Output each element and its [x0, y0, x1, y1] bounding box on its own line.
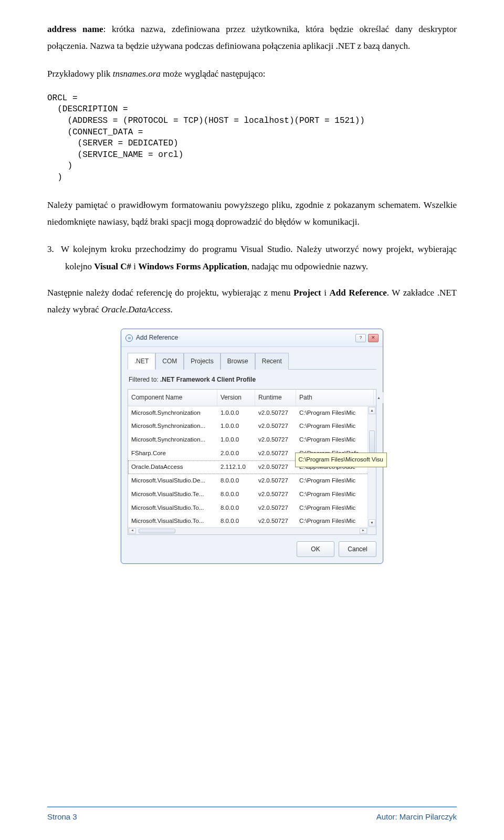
cell: Oracle.DataAccess: [128, 460, 217, 474]
filename-tnsnames: tnsnames.ora: [113, 69, 161, 79]
horizontal-scrollbar[interactable]: ◄ ►: [128, 527, 376, 534]
tab-strip: .NET COM Projects Browse Recent: [128, 352, 376, 370]
paragraph-add-reference: Następnie należy dodać referencję do pro…: [47, 285, 457, 319]
table-row[interactable]: Microsoft.VisualStudio.De...8.0.0.0v2.0.…: [128, 474, 376, 488]
text: i: [131, 261, 138, 271]
cell: 2.0.0.0: [217, 447, 255, 460]
scroll-corner: [368, 528, 376, 534]
infinity-icon: 8: [125, 334, 133, 342]
filter-label: Filtered to:: [129, 376, 160, 383]
term-winforms: Windows Forms Application: [138, 261, 247, 271]
cancel-button[interactable]: Cancel: [339, 541, 376, 558]
cell: C:\Program Files\Mic: [296, 514, 374, 527]
paragraph-address-name: address name: krótka nazwa, zdefiniowana…: [47, 21, 457, 55]
path-tooltip: C:\Program Files\Microsoft Visu: [295, 453, 387, 467]
term-oracle-dataaccess: Oracle.DataAccess: [101, 304, 171, 314]
cell: Microsoft.Synchronization...: [128, 419, 217, 433]
scroll-right-icon[interactable]: ►: [360, 528, 367, 534]
table-row[interactable]: Microsoft.Synchronization...1.0.0.0v2.0.…: [128, 433, 376, 447]
button-row: OK Cancel: [128, 541, 376, 558]
cell: 8.0.0.0: [217, 474, 255, 488]
col-component-name[interactable]: Component Name: [128, 390, 217, 406]
cell: Microsoft.VisualStudio.Te...: [128, 488, 217, 501]
cell: v2.0.50727: [255, 460, 296, 474]
ok-button[interactable]: OK: [297, 541, 334, 558]
col-version[interactable]: Version: [217, 390, 255, 406]
titlebar[interactable]: 8 Add Reference ? ✕: [121, 329, 383, 347]
text: może wyglądać następująco:: [161, 69, 266, 79]
page-footer: Strona 3 Autor: Marcin Pilarczyk: [47, 806, 457, 825]
footer-author: Autor: Marcin Pilarczyk: [376, 810, 457, 825]
cell: 1.0.0.0: [217, 433, 255, 447]
term-add-reference: Add Reference: [330, 288, 387, 298]
filter-value: .NET Framework 4 Client Profile: [160, 376, 256, 383]
help-icon: ?: [359, 333, 362, 342]
cell: Microsoft.Synchronization...: [128, 433, 217, 447]
tab-projects[interactable]: Projects: [184, 353, 220, 370]
close-icon: ✕: [371, 333, 375, 342]
scroll-up-icon[interactable]: ▲: [369, 407, 375, 414]
help-button[interactable]: ?: [355, 334, 366, 342]
term-address-name: address name: [47, 24, 103, 34]
cell: C:\Program Files\Mic: [296, 406, 374, 420]
term-project: Project: [293, 288, 321, 298]
cell: C:\Program Files\Mic: [296, 488, 374, 501]
close-button[interactable]: ✕: [368, 334, 379, 342]
cell: C:\Program Files\Mic: [296, 474, 374, 488]
table-row[interactable]: Microsoft.VisualStudio.Te...8.0.0.0v2.0.…: [128, 488, 376, 501]
tab-com[interactable]: COM: [155, 353, 184, 370]
cell: 1.0.0.0: [217, 419, 255, 433]
table-row[interactable]: Microsoft.Synchronization1.0.0.0v2.0.507…: [128, 406, 376, 420]
cell: Microsoft.VisualStudio.To...: [128, 514, 217, 527]
table-row[interactable]: Microsoft.Synchronization...1.0.0.0v2.0.…: [128, 419, 376, 433]
col-runtime[interactable]: Runtime: [255, 390, 296, 406]
list-item-3: 3.W kolejnym kroku przechodzimy do progr…: [47, 241, 457, 275]
text: : krótka nazwa, zdefiniowana przez użytk…: [47, 24, 457, 51]
dialog-title: Add Reference: [136, 332, 353, 344]
sort-indicator[interactable]: ▲: [374, 392, 383, 403]
cell: v2.0.50727: [255, 433, 296, 447]
cell: 8.0.0.0: [217, 488, 255, 501]
paragraph-tnsnames: Przykładowy plik tnsnames.ora może wyglą…: [47, 66, 457, 82]
scroll-thumb-h[interactable]: [139, 529, 175, 533]
cell: v2.0.50727: [255, 406, 296, 420]
text: , nadając mu odpowiednie nazwy.: [247, 261, 368, 271]
cell: v2.0.50727: [255, 514, 296, 527]
cell: v2.0.50727: [255, 474, 296, 488]
cell: 8.0.0.0: [217, 514, 255, 527]
grid-body: Microsoft.Synchronization1.0.0.0v2.0.507…: [128, 406, 376, 534]
col-path[interactable]: Path: [296, 390, 374, 406]
cell: C:\Program Files\Mic: [296, 501, 374, 515]
cell: FSharp.Core: [128, 447, 217, 460]
text: Przykładowy plik: [47, 69, 113, 79]
cell: v2.0.50727: [255, 488, 296, 501]
scroll-left-icon[interactable]: ◄: [129, 528, 136, 534]
scroll-track-h[interactable]: [136, 528, 359, 534]
cell: v2.0.50727: [255, 447, 296, 460]
paragraph-format-warning: Należy pamiętać o prawidłowym formatowan…: [47, 197, 457, 231]
tab-browse[interactable]: Browse: [220, 353, 255, 370]
cell: C:\Program Files\Mic: [296, 433, 374, 447]
list-number: 3.: [47, 241, 61, 258]
cell: Microsoft.Synchronization: [128, 406, 217, 420]
text: .: [171, 304, 173, 314]
text: Następnie należy dodać referencję do pro…: [47, 288, 293, 298]
tab-net[interactable]: .NET: [128, 353, 155, 370]
cell: C:\Program Files\Mic: [296, 419, 374, 433]
grid-header: Component Name Version Runtime Path ▲: [128, 390, 376, 406]
scroll-down-icon[interactable]: ▼: [369, 519, 375, 527]
text: i: [321, 288, 330, 298]
filter-line: Filtered to: .NET Framework 4 Client Pro…: [129, 374, 376, 386]
tab-recent[interactable]: Recent: [255, 353, 289, 370]
cell: Microsoft.VisualStudio.De...: [128, 474, 217, 488]
term-visual-csharp: Visual C#: [94, 261, 131, 271]
cell: Microsoft.VisualStudio.To...: [128, 501, 217, 515]
add-reference-dialog: 8 Add Reference ? ✕ .NET COM Projects Br…: [121, 329, 383, 564]
cell: 2.112.1.0: [217, 460, 255, 474]
table-row[interactable]: Microsoft.VisualStudio.To...8.0.0.0v2.0.…: [128, 514, 376, 527]
cell: 8.0.0.0: [217, 501, 255, 515]
footer-page: Strona 3: [47, 810, 77, 825]
cell: 1.0.0.0: [217, 406, 255, 420]
table-row[interactable]: Microsoft.VisualStudio.To...8.0.0.0v2.0.…: [128, 501, 376, 515]
cell: v2.0.50727: [255, 419, 296, 433]
